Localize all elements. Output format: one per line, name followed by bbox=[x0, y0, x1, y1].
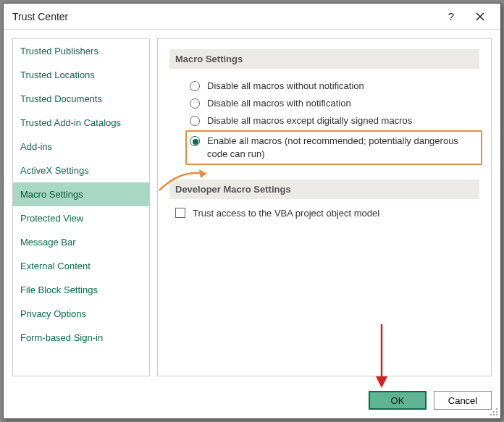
sidebar-item-trusted-addin-catalogs[interactable]: Trusted Add-in Catalogs bbox=[13, 111, 149, 135]
sidebar: Trusted Publishers Trusted Locations Tru… bbox=[12, 38, 150, 376]
checkbox-icon bbox=[175, 208, 185, 218]
close-icon bbox=[476, 12, 484, 21]
checkbox-trust-vba-access[interactable]: Trust access to the VBA project object m… bbox=[169, 208, 479, 219]
radio-disable-no-notification[interactable]: Disable all macros without notification bbox=[190, 77, 479, 95]
sidebar-item-activex-settings[interactable]: ActiveX Settings bbox=[13, 159, 149, 182]
sidebar-item-trusted-locations[interactable]: Trusted Locations bbox=[13, 63, 149, 87]
radio-icon bbox=[190, 98, 200, 109]
sidebar-item-trusted-documents[interactable]: Trusted Documents bbox=[13, 87, 149, 111]
section-header-developer-macro-settings: Developer Macro Settings bbox=[169, 180, 479, 199]
sidebar-item-trusted-publishers[interactable]: Trusted Publishers bbox=[13, 39, 149, 63]
dialog-footer: OK Cancel bbox=[4, 385, 500, 418]
radio-disable-except-signed[interactable]: Disable all macros except digitally sign… bbox=[190, 112, 479, 130]
sidebar-item-protected-view[interactable]: Protected View bbox=[13, 206, 149, 230]
radio-icon bbox=[190, 81, 200, 91]
radio-label: Disable all macros except digitally sign… bbox=[207, 114, 412, 127]
radio-enable-all-macros[interactable]: Enable all macros (not recommended; pote… bbox=[185, 130, 482, 165]
main-panel: Macro Settings Disable all macros withou… bbox=[157, 38, 492, 376]
close-button[interactable] bbox=[466, 7, 495, 27]
titlebar: Trust Center ? bbox=[4, 4, 500, 30]
macro-radio-group: Disable all macros without notification … bbox=[169, 77, 479, 165]
radio-label: Enable all macros (not recommended; pote… bbox=[207, 135, 468, 161]
help-button[interactable]: ? bbox=[437, 7, 466, 27]
sidebar-item-message-bar[interactable]: Message Bar bbox=[13, 230, 149, 254]
cancel-button[interactable]: Cancel bbox=[434, 391, 492, 410]
dialog-title: Trust Center bbox=[12, 11, 437, 22]
radio-label: Disable all macros with notification bbox=[207, 97, 351, 110]
checkbox-label: Trust access to the VBA project object m… bbox=[193, 208, 379, 219]
sidebar-item-macro-settings[interactable]: Macro Settings bbox=[13, 182, 149, 206]
ok-button[interactable]: OK bbox=[369, 391, 427, 410]
trust-center-dialog: Trust Center ? Trusted Publishers Truste… bbox=[3, 3, 501, 419]
sidebar-item-privacy-options[interactable]: Privacy Options bbox=[13, 302, 149, 326]
radio-icon bbox=[190, 136, 200, 146]
radio-disable-with-notification[interactable]: Disable all macros with notification bbox=[190, 95, 479, 112]
sidebar-item-addins[interactable]: Add-ins bbox=[13, 135, 149, 159]
radio-label: Disable all macros without notification bbox=[207, 80, 364, 93]
dialog-body: Trusted Publishers Trusted Locations Tru… bbox=[4, 30, 500, 385]
radio-icon bbox=[190, 116, 200, 126]
sidebar-item-form-based-signin[interactable]: Form-based Sign-in bbox=[13, 326, 149, 350]
sidebar-item-external-content[interactable]: External Content bbox=[13, 254, 149, 278]
section-header-macro-settings: Macro Settings bbox=[169, 49, 479, 69]
sidebar-item-file-block-settings[interactable]: File Block Settings bbox=[13, 278, 149, 302]
